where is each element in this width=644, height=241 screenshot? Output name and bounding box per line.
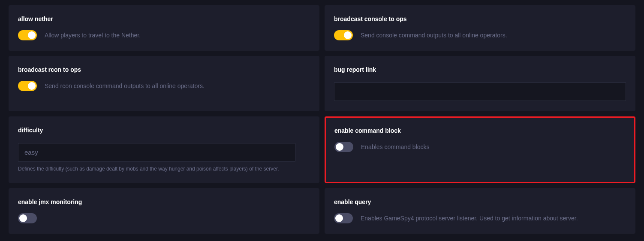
card-broadcast-rcon: broadcast rcon to ops Send rcon console … [9,56,319,111]
toggle-enable-query[interactable] [334,213,353,223]
card-title: difficulty [18,127,310,134]
input-bug-report-link[interactable] [334,82,626,101]
card-difficulty: difficulty Defines the difficulty (such … [9,116,319,183]
toggle-description: Send console command outputs to all onli… [361,32,507,39]
card-broadcast-console: broadcast console to ops Send console co… [325,5,635,51]
card-title: enable query [334,198,626,205]
toggle-allow-nether[interactable] [18,30,37,40]
card-title: broadcast rcon to ops [18,66,310,73]
toggle-description: Allow players to travel to the Nether. [45,32,141,39]
toggle-row: Enables GameSpy4 protocol server listene… [334,213,626,223]
settings-grid: allow nether Allow players to travel to … [9,5,635,234]
toggle-row: Allow players to travel to the Nether. [18,30,310,40]
toggle-knob [336,143,343,151]
card-title: enable jmx monitoring [18,198,310,205]
toggle-enable-command-block[interactable] [334,142,353,152]
toggle-description: Enables GameSpy4 protocol server listene… [361,215,578,222]
toggle-description: Send rcon console command outputs to all… [45,82,205,89]
toggle-broadcast-rcon[interactable] [18,81,37,91]
card-enable-command-block: enable command block Enables command blo… [325,116,635,183]
card-title: bug report link [334,66,626,73]
toggle-knob [28,31,36,39]
card-title: enable command block [334,127,626,134]
card-title: allow nether [18,15,310,22]
card-enable-jmx: enable jmx monitoring [9,188,319,234]
toggle-row: Send console command outputs to all onli… [334,30,626,40]
card-title: broadcast console to ops [334,15,626,22]
toggle-enable-jmx[interactable] [18,213,37,223]
toggle-row: Send rcon console command outputs to all… [18,81,310,91]
card-bug-report: bug report link [325,56,635,111]
toggle-knob [344,31,352,39]
toggle-knob [19,214,27,222]
toggle-row [18,213,310,223]
input-difficulty[interactable] [18,143,295,162]
toggle-knob [335,214,343,222]
toggle-broadcast-console[interactable] [334,30,353,40]
card-allow-nether: allow nether Allow players to travel to … [9,5,319,51]
card-enable-query: enable query Enables GameSpy4 protocol s… [325,188,635,234]
toggle-description: Enables command blocks [361,143,430,150]
toggle-knob [28,82,36,90]
toggle-row: Enables command blocks [334,142,626,152]
help-text: Defines the difficulty (such as damage d… [18,166,310,172]
